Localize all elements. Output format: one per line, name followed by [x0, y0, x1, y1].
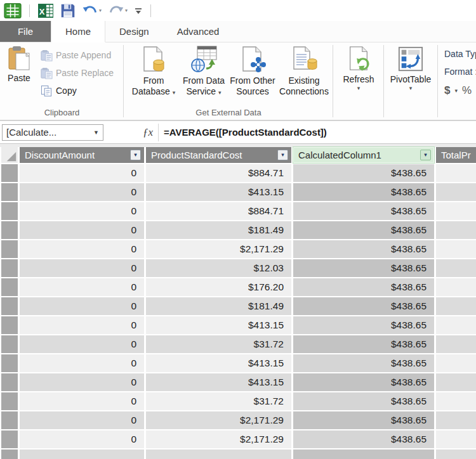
cell-calculatedcolumn1[interactable]: $438.65 [293, 373, 434, 391]
cell-calculatedcolumn1[interactable]: $438.65 [293, 240, 434, 258]
tab-home[interactable]: Home [51, 21, 105, 42]
cell-productstandardcost[interactable]: $413.15 [146, 354, 291, 372]
filter-dropdown-icon[interactable]: ▾ [130, 150, 141, 160]
pivottable-dropdown-icon[interactable]: ▾ [409, 85, 413, 91]
row-header[interactable] [1, 316, 18, 334]
cell-totalpr[interactable] [436, 449, 476, 459]
cell-discountamount[interactable]: 0 [20, 411, 144, 429]
cell-productstandardcost[interactable]: $31.72 [146, 335, 291, 353]
customize-quick-access-icon[interactable] [133, 2, 144, 20]
row-header[interactable] [1, 164, 18, 182]
cell-calculatedcolumn1[interactable]: $438.65 [293, 278, 434, 296]
select-all-corner[interactable] [1, 147, 18, 163]
cell-calculatedcolumn1[interactable]: $438.65 [293, 259, 434, 277]
cell-productstandardcost[interactable]: $413.15 [146, 316, 291, 334]
cell-calculatedcolumn1[interactable]: $438.65 [293, 430, 434, 448]
undo-icon[interactable]: ▾ [81, 2, 103, 20]
cell-calculatedcolumn1[interactable]: $438.65 [293, 202, 434, 220]
cell-totalpr[interactable] [436, 335, 476, 353]
row-header[interactable] [1, 259, 18, 277]
cell-calculatedcolumn1[interactable] [293, 449, 434, 459]
filter-dropdown-icon[interactable]: ▾ [277, 150, 288, 160]
percent-format-button[interactable]: % [462, 84, 472, 97]
cell-discountamount[interactable]: 0 [20, 259, 144, 277]
paste-replace-button[interactable]: Paste Replace [41, 65, 114, 81]
row-header[interactable] [1, 411, 18, 429]
currency-format-button[interactable]: $ [444, 84, 450, 97]
name-box-dropdown-icon[interactable]: ▼ [93, 129, 99, 136]
row-header[interactable] [1, 278, 18, 296]
cell-calculatedcolumn1[interactable]: $438.65 [293, 221, 434, 239]
cell-totalpr[interactable] [436, 259, 476, 277]
cell-calculatedcolumn1[interactable]: $438.65 [293, 335, 434, 353]
paste-button[interactable]: Paste [8, 46, 30, 84]
cell-totalpr[interactable] [436, 373, 476, 391]
row-header[interactable] [1, 202, 18, 220]
cell-calculatedcolumn1[interactable]: $438.65 [293, 316, 434, 334]
row-header[interactable] [1, 449, 18, 459]
name-box[interactable]: [Calculate... ▼ [2, 124, 103, 141]
cell-totalpr[interactable] [436, 164, 476, 182]
cell-calculatedcolumn1[interactable]: $438.65 [293, 297, 434, 315]
cell-discountamount[interactable]: 0 [20, 164, 144, 182]
cell-calculatedcolumn1[interactable]: $438.65 [293, 354, 434, 372]
cell-totalpr[interactable] [436, 240, 476, 258]
cell-discountamount[interactable]: 0 [20, 202, 144, 220]
cell-calculatedcolumn1[interactable]: $438.65 [293, 411, 434, 429]
cell-calculatedcolumn1[interactable]: $438.65 [293, 183, 434, 201]
cell-productstandardcost[interactable]: $181.49 [146, 297, 291, 315]
tab-file[interactable]: File [0, 21, 51, 42]
row-header[interactable] [1, 183, 18, 201]
cell-productstandardcost[interactable] [146, 449, 291, 459]
row-header[interactable] [1, 297, 18, 315]
cell-productstandardcost[interactable]: $181.49 [146, 221, 291, 239]
cell-productstandardcost[interactable]: $12.03 [146, 259, 291, 277]
existing-connections-button[interactable]: ExistingConnections [279, 46, 329, 97]
cell-totalpr[interactable] [436, 278, 476, 296]
cell-discountamount[interactable]: 0 [20, 183, 144, 201]
cell-productstandardcost[interactable]: $31.72 [146, 392, 291, 410]
cell-totalpr[interactable] [436, 430, 476, 448]
from-other-sources-button[interactable]: From OtherSources [228, 46, 277, 97]
cell-discountamount[interactable]: 0 [20, 354, 144, 372]
row-header[interactable] [1, 221, 18, 239]
cell-totalpr[interactable] [436, 297, 476, 315]
cell-discountamount[interactable]: 0 [20, 240, 144, 258]
filter-dropdown-icon[interactable]: ▾ [420, 150, 431, 160]
cell-totalpr[interactable] [436, 316, 476, 334]
cell-productstandardcost[interactable]: $884.71 [146, 202, 291, 220]
redo-icon[interactable]: ▾ [107, 2, 129, 20]
tab-advanced[interactable]: Advanced [163, 21, 234, 42]
cell-totalpr[interactable] [436, 183, 476, 201]
excel-icon[interactable]: X [36, 2, 55, 20]
refresh-dropdown-icon[interactable]: ▾ [357, 85, 360, 91]
refresh-button[interactable]: Refresh ▾ [341, 46, 376, 91]
row-header[interactable] [1, 354, 18, 372]
column-header-discountamount[interactable]: DiscountAmount ▾ [20, 147, 144, 163]
row-header[interactable] [1, 335, 18, 353]
column-header-productstandardcost[interactable]: ProductStandardCost ▾ [146, 147, 291, 163]
row-header[interactable] [1, 392, 18, 410]
cell-discountamount[interactable]: 0 [20, 297, 144, 315]
cell-discountamount[interactable]: 0 [20, 278, 144, 296]
cell-discountamount[interactable]: 0 [20, 221, 144, 239]
cell-productstandardcost[interactable]: $2,171.29 [146, 240, 291, 258]
cell-productstandardcost[interactable]: $413.15 [146, 183, 291, 201]
copy-button[interactable]: Copy [41, 83, 114, 98]
cell-totalpr[interactable] [436, 354, 476, 372]
column-header-calculatedcolumn1[interactable]: CalculatedColumn1 ▾ [293, 147, 434, 163]
cell-totalpr[interactable] [436, 202, 476, 220]
cell-calculatedcolumn1[interactable]: $438.65 [293, 392, 434, 410]
formula-input[interactable]: =AVERAGE([ProductStandardCost]) [164, 127, 327, 138]
cell-discountamount[interactable]: 0 [20, 316, 144, 334]
cell-discountamount[interactable]: 0 [20, 335, 144, 353]
cell-productstandardcost[interactable]: $884.71 [146, 164, 291, 182]
currency-dropdown-icon[interactable]: ▾ [454, 87, 458, 94]
cell-totalpr[interactable] [436, 411, 476, 429]
cell-totalpr[interactable] [436, 221, 476, 239]
row-header[interactable] [1, 430, 18, 448]
cell-discountamount[interactable]: 0 [20, 373, 144, 391]
cell-discountamount[interactable]: 0 [20, 392, 144, 410]
row-header[interactable] [1, 240, 18, 258]
paste-append-button[interactable]: Paste Append [41, 48, 114, 63]
